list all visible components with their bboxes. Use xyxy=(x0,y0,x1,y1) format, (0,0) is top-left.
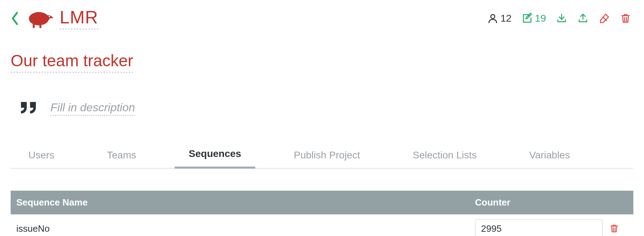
edits-count-stat[interactable]: 19 xyxy=(522,13,546,24)
download-button[interactable] xyxy=(556,13,567,24)
user-icon xyxy=(487,13,498,24)
row-delete-button[interactable] xyxy=(609,223,619,234)
col-header-name: Sequence Name xyxy=(16,197,475,208)
description-block[interactable]: Fill in description xyxy=(11,98,633,119)
counter-input[interactable] xyxy=(475,219,603,236)
users-count-value: 12 xyxy=(501,13,512,24)
table-header: Sequence Name Counter xyxy=(11,191,633,214)
col-header-counter: Counter xyxy=(475,197,628,208)
svg-rect-2 xyxy=(33,24,34,28)
app-logo[interactable] xyxy=(26,9,53,28)
delete-button[interactable] xyxy=(620,13,631,24)
eraser-icon xyxy=(599,13,610,24)
upload-icon xyxy=(577,13,589,24)
description-placeholder: Fill in description xyxy=(50,101,135,116)
page-title[interactable]: Our team tracker xyxy=(11,51,133,73)
upload-button[interactable] xyxy=(577,13,589,24)
sequence-name-cell: issueNo xyxy=(16,223,475,234)
tab-selection-lists[interactable]: Selection Lists xyxy=(398,145,491,168)
tab-teams[interactable]: Teams xyxy=(93,145,150,168)
svg-rect-3 xyxy=(39,24,41,28)
tabs-bar: Users Teams Sequences Publish Project Se… xyxy=(11,143,633,169)
trash-icon xyxy=(609,223,619,234)
quote-icon xyxy=(18,98,38,119)
svg-point-4 xyxy=(491,15,495,18)
app-name[interactable]: LMR xyxy=(60,7,98,30)
trash-icon xyxy=(620,13,631,24)
table-row: issueNo xyxy=(11,214,633,236)
tab-users[interactable]: Users xyxy=(14,145,69,168)
users-count-stat[interactable]: 12 xyxy=(487,13,512,24)
svg-point-0 xyxy=(29,12,49,25)
erase-button[interactable] xyxy=(599,13,610,24)
download-icon xyxy=(556,13,567,24)
tab-publish-project[interactable]: Publish Project xyxy=(279,145,374,168)
kiwi-icon xyxy=(26,9,53,28)
chevron-left-icon xyxy=(11,11,19,26)
edit-icon xyxy=(522,13,533,24)
sequences-table: Sequence Name Counter issueNo xyxy=(11,191,633,236)
back-button[interactable] xyxy=(11,11,19,26)
app-header: LMR 12 19 xyxy=(11,5,633,33)
svg-point-1 xyxy=(49,16,50,17)
edits-count-value: 19 xyxy=(535,13,546,24)
tab-sequences[interactable]: Sequences xyxy=(175,143,256,169)
tab-variables[interactable]: Variables xyxy=(515,145,584,168)
